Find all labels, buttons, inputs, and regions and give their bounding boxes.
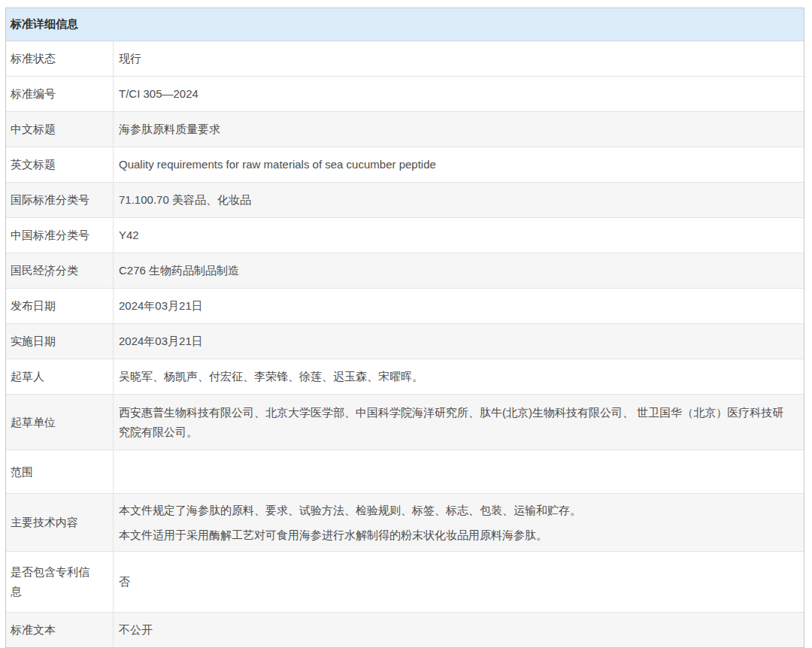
row-value: 吴晓军、杨凯声、付宏征、李荣锋、徐莲、迟玉森、宋曜晖。 <box>114 359 804 394</box>
row-value: C276 生物药品制品制造 <box>114 253 804 288</box>
row-label: 标准状态 <box>6 41 114 76</box>
row-label: 标准文本 <box>6 613 114 647</box>
row-value: 2024年03月21日 <box>114 289 804 323</box>
table-row: 中文标题海参肽原料质量要求 <box>6 112 804 147</box>
table-row: 国际标准分类号71.100.70 美容品、化妆品 <box>6 183 804 218</box>
panel-title: 标准详细信息 <box>6 8 804 41</box>
row-label: 国际标准分类号 <box>6 183 114 217</box>
table-row: 实施日期2024年03月21日 <box>6 324 804 359</box>
table-row: 标准状态现行 <box>6 41 804 77</box>
row-label: 实施日期 <box>6 324 114 359</box>
row-label: 英文标题 <box>6 147 114 182</box>
row-value: 本文件规定了海参肽的原料、要求、试验方法、检验规则、标签、标志、包装、运输和贮存… <box>114 494 804 551</box>
row-value: 不公开 <box>114 613 804 647</box>
table-row: 起草单位西安惠普生物科技有限公司、北京大学医学部、中国科学院海洋研究所、肽牛(北… <box>6 395 804 450</box>
row-label: 中国标准分类号 <box>6 218 114 253</box>
row-value-line: 本文件适用于采用酶解工艺对可食用海参进行水解制得的粉末状化妆品用原料海参肽。 <box>119 525 795 545</box>
row-label: 起草单位 <box>6 395 114 450</box>
row-label: 范围 <box>6 450 114 493</box>
table-row: 标准文本不公开 <box>6 613 804 647</box>
row-label: 主要技术内容 <box>6 494 114 551</box>
row-value: T/CI 305—2024 <box>114 77 804 111</box>
row-label: 标准编号 <box>6 77 114 111</box>
table-row: 发布日期2024年03月21日 <box>6 289 804 324</box>
table-row: 范围 <box>6 450 804 494</box>
table-row: 国民经济分类C276 生物药品制品制造 <box>6 253 804 289</box>
table-row: 中国标准分类号Y42 <box>6 218 804 253</box>
row-label: 国民经济分类 <box>6 253 114 288</box>
row-label: 发布日期 <box>6 289 114 323</box>
table-row: 主要技术内容本文件规定了海参肽的原料、要求、试验方法、检验规则、标签、标志、包装… <box>6 494 804 552</box>
row-value: Quality requirements for raw materials o… <box>114 147 804 182</box>
table-row: 是否包含专利信息否 <box>6 552 804 613</box>
row-value: 71.100.70 美容品、化妆品 <box>114 183 804 217</box>
standard-detail-panel: 标准详细信息 标准状态现行标准编号T/CI 305—2024中文标题海参肽原料质… <box>5 8 804 648</box>
row-value <box>114 450 804 493</box>
row-label: 起草人 <box>6 359 114 394</box>
row-value-line: 本文件规定了海参肽的原料、要求、试验方法、检验规则、标签、标志、包装、运输和贮存… <box>119 501 795 520</box>
row-label: 是否包含专利信息 <box>6 552 114 612</box>
row-value: 现行 <box>114 41 804 76</box>
table-row: 英文标题Quality requirements for raw materia… <box>6 147 804 183</box>
row-label: 中文标题 <box>6 112 114 147</box>
row-value: 否 <box>114 552 804 612</box>
row-value: 2024年03月21日 <box>114 324 804 359</box>
row-value: 西安惠普生物科技有限公司、北京大学医学部、中国科学院海洋研究所、肽牛(北京)生物… <box>114 395 804 450</box>
table-row: 起草人吴晓军、杨凯声、付宏征、李荣锋、徐莲、迟玉森、宋曜晖。 <box>6 359 804 395</box>
row-value: Y42 <box>114 218 804 253</box>
table-row: 标准编号T/CI 305—2024 <box>6 77 804 112</box>
standard-detail-table: 标准状态现行标准编号T/CI 305—2024中文标题海参肽原料质量要求英文标题… <box>6 41 804 647</box>
row-value: 海参肽原料质量要求 <box>114 112 804 147</box>
